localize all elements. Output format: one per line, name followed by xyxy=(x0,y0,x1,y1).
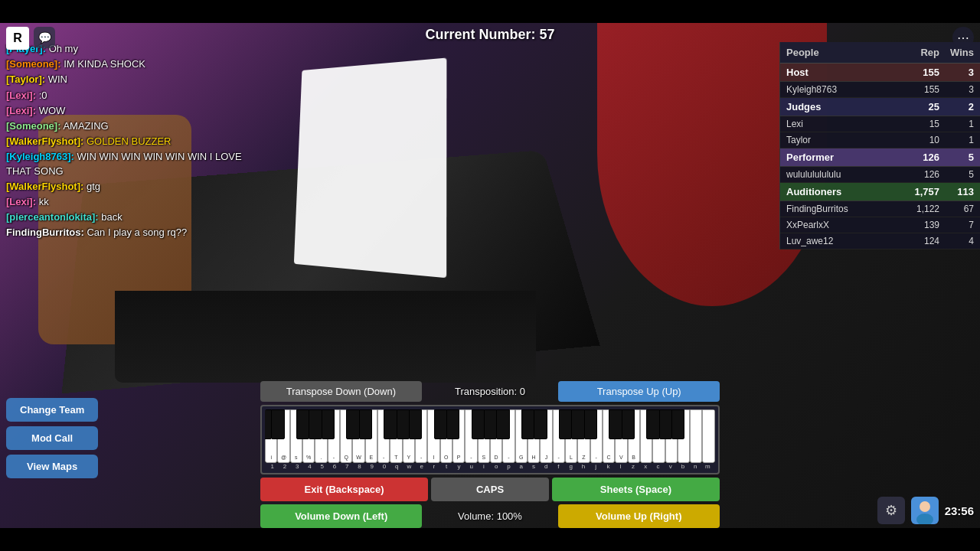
leaderboard-header: People Rep Wins xyxy=(780,42,980,64)
chat-name-11: [pierceantonlokita]: xyxy=(6,211,99,223)
key-lower-label-1: 2 xyxy=(279,463,290,470)
key-lower-label-19: p xyxy=(503,463,514,470)
lb-performer-wins: 5 xyxy=(939,152,974,163)
key-lower-label-30: x xyxy=(640,463,652,470)
lb-performer-label: Performer xyxy=(786,152,897,163)
white-key-34[interactable] xyxy=(690,409,702,463)
key-lower-label-21: s xyxy=(528,463,539,470)
black-key-29[interactable] xyxy=(609,409,622,439)
chat-line-8: [Kyleigh8763]: WIN WIN WIN WIN WIN WIN I… xyxy=(6,150,266,178)
white-key-35[interactable] xyxy=(702,409,714,463)
game-viewport: R 💬 ⋯ Current Number: 57 [Player]: Oh my… xyxy=(0,0,980,551)
white-key-label-28: V xyxy=(619,455,623,461)
settings-button[interactable]: ⚙ xyxy=(877,497,905,524)
white-key-label-2: s xyxy=(295,455,298,461)
lb-rep-luvawe12: 124 xyxy=(897,236,939,246)
black-key-4[interactable] xyxy=(296,409,310,439)
chat-name-6: [Someone]: xyxy=(6,120,61,132)
lb-wins-findingburritos: 67 xyxy=(939,204,974,214)
roblox-logo[interactable]: R xyxy=(6,27,29,50)
lb-row-luvawe12: Luv_awe12 124 4 xyxy=(780,233,980,249)
chat-name-12: FindingBurritos: xyxy=(6,227,84,238)
menu-dots-button[interactable]: ⋯ xyxy=(952,27,974,48)
key-lower-label-23: f xyxy=(553,463,564,470)
key-lower-label-15: y xyxy=(453,463,465,470)
caps-button[interactable]: CAPS xyxy=(431,478,548,501)
white-key-label-10: T xyxy=(394,455,397,461)
black-key-32[interactable] xyxy=(646,409,660,439)
lb-row-kyleigh: Kyleigh8763 155 3 xyxy=(780,82,980,98)
lb-wins-wululu: 5 xyxy=(939,169,974,180)
lb-section-judges: Judges 25 2 xyxy=(780,98,980,116)
volume-up-button[interactable]: Volume Up (Right) xyxy=(558,504,720,528)
chat-icon-button[interactable]: 💬 xyxy=(34,27,55,48)
white-key-label-20: G xyxy=(519,455,523,461)
piano-ui: Transpose Down (Down) Transposition: 0 T… xyxy=(260,381,720,528)
black-key-22[interactable] xyxy=(521,409,535,439)
key-lower-label-0: 1 xyxy=(266,463,278,470)
lb-host-wins: 3 xyxy=(939,67,974,78)
black-key-26[interactable] xyxy=(571,409,585,439)
black-key-33[interactable] xyxy=(659,409,673,439)
white-key-label-17: S xyxy=(482,455,485,461)
sheets-button[interactable]: Sheets (Space) xyxy=(552,478,720,501)
mod-call-button[interactable]: Mod Call xyxy=(6,426,98,450)
white-key-label-9: - xyxy=(383,455,384,461)
black-key-34[interactable] xyxy=(671,409,685,439)
black-key-16[interactable] xyxy=(446,409,460,439)
transpose-down-button[interactable]: Transpose Down (Down) xyxy=(260,381,422,402)
key-lower-label-26: j xyxy=(590,463,602,470)
black-key-30[interactable] xyxy=(622,409,635,439)
scene-piano-keys xyxy=(115,291,536,383)
chat-name-5: [Lexi]: xyxy=(6,105,36,116)
change-team-button[interactable]: Change Team xyxy=(6,398,98,422)
lb-section-auditioners: Auditioners 1,757 113 xyxy=(780,183,980,201)
black-key-8[interactable] xyxy=(346,409,360,439)
key-lower-label-32: v xyxy=(665,463,676,470)
lb-wins-taylor: 1 xyxy=(939,135,974,145)
chat-msg-2: IM KINDA SHOCK xyxy=(64,58,145,70)
key-lower-label-18: o xyxy=(491,463,502,470)
black-key-25[interactable] xyxy=(559,409,573,439)
lb-wins-xxpearlxx: 7 xyxy=(939,220,974,230)
keys-labels-row: 1234567890qwertyuiopasdfghjklzxcvbnm xyxy=(265,463,715,470)
transpose-up-button[interactable]: Transpose Up (Up) xyxy=(558,381,720,402)
lb-rep-lexi: 15 xyxy=(897,119,939,129)
key-lower-label-22: d xyxy=(541,463,552,470)
lb-rep-wululu: 126 xyxy=(897,169,939,180)
scene-white-paper xyxy=(294,57,447,278)
black-key-11[interactable] xyxy=(384,409,397,439)
black-key-12[interactable] xyxy=(397,409,410,439)
view-maps-button[interactable]: View Maps xyxy=(6,455,98,478)
black-key-2[interactable] xyxy=(271,409,285,439)
black-key-18[interactable] xyxy=(472,409,485,439)
lb-rep-xxpearlxx: 139 xyxy=(897,220,939,230)
lb-name-taylor: Taylor xyxy=(786,135,897,145)
white-key-label-29: B xyxy=(632,455,635,461)
chat-line-5: [Lexi]: WOW xyxy=(6,104,266,118)
chat-line-10: [Lexi]: kk xyxy=(6,195,266,209)
black-key-23[interactable] xyxy=(534,409,547,439)
bottom-buttons: Exit (Backspace) CAPS Sheets (Space) xyxy=(260,478,720,501)
black-key-27[interactable] xyxy=(584,409,598,439)
black-key-9[interactable] xyxy=(359,409,373,439)
lb-performer-rep: 126 xyxy=(897,152,939,163)
exit-button[interactable]: Exit (Backspace) xyxy=(260,478,428,501)
black-key-20[interactable] xyxy=(496,409,510,439)
volume-down-button[interactable]: Volume Down (Left) xyxy=(260,504,422,528)
black-key-13[interactable] xyxy=(409,409,423,439)
lb-host-rep: 155 xyxy=(897,67,939,78)
black-key-19[interactable] xyxy=(484,409,498,439)
avatar-icon[interactable] xyxy=(911,497,939,524)
lb-row-wululu: wululululululu 126 5 xyxy=(780,167,980,183)
key-lower-label-33: b xyxy=(677,463,688,470)
white-key-label-12: - xyxy=(420,455,422,461)
black-key-15[interactable] xyxy=(434,409,448,439)
chat-bubble-icon: 💬 xyxy=(38,31,51,44)
lb-name-wululu: wululululululu xyxy=(786,169,897,180)
lb-wins-kyleigh: 3 xyxy=(939,84,974,95)
black-key-5[interactable] xyxy=(309,409,322,439)
black-key-6[interactable] xyxy=(322,409,335,439)
black-bar-top xyxy=(0,0,980,23)
chat-line-4: [Lexi]: :0 xyxy=(6,89,266,103)
